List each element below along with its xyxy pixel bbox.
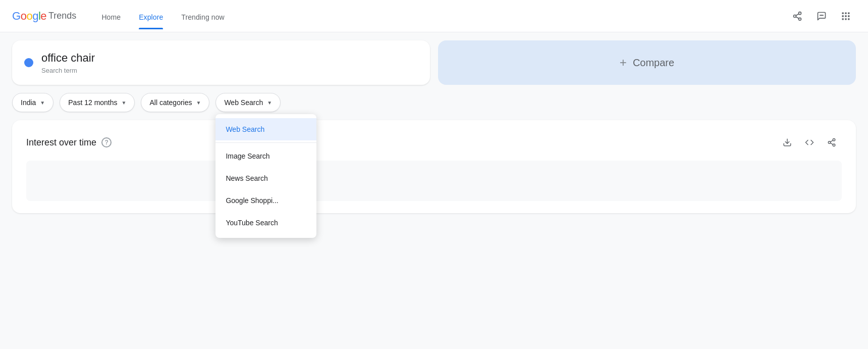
svg-line-23 [830, 143, 833, 144]
main-content: office chair Search term + Compare India… [0, 32, 868, 221]
embed-button[interactable] [799, 132, 820, 153]
search-row: office chair Search term + Compare [12, 40, 856, 85]
nav-trending[interactable]: Trending now [172, 3, 234, 29]
help-icon-label: ? [104, 139, 108, 146]
feedback-button[interactable] [811, 6, 832, 26]
compare-label: Compare [633, 57, 674, 69]
svg-line-4 [796, 14, 799, 15]
header-actions [787, 6, 856, 26]
logo-trends-text: Trends [48, 11, 76, 21]
header: Google Trends Home Explore Trending now [0, 0, 868, 32]
filters-row: India ▼ Past 12 months ▼ All categories … [12, 93, 856, 112]
search-type-chevron-icon: ▼ [267, 100, 272, 106]
dropdown-item-news-search[interactable]: News Search [215, 167, 316, 189]
category-chevron-icon: ▼ [196, 100, 201, 106]
term-type: Search term [41, 67, 418, 74]
section-actions [777, 132, 842, 153]
main-nav: Home Explore Trending now [92, 3, 787, 29]
search-type-button[interactable]: Web Search ▼ [215, 93, 281, 112]
section-title: Interest over time [26, 137, 96, 148]
region-label: India [21, 98, 36, 107]
help-icon[interactable]: ? [101, 137, 112, 147]
search-type-wrapper: Web Search ▼ Web Search Image Search New… [215, 93, 281, 112]
search-term-card: office chair Search term [12, 40, 430, 85]
svg-line-24 [830, 140, 833, 142]
download-button[interactable] [777, 132, 797, 153]
dropdown-divider-1 [215, 142, 316, 143]
dropdown-item-web-search[interactable]: Web Search [215, 118, 316, 140]
dropdown-item-youtube-search[interactable]: YouTube Search [215, 212, 316, 234]
news-search-label: News Search [226, 174, 267, 182]
logo[interactable]: Google Trends [12, 10, 76, 23]
svg-rect-13 [848, 15, 849, 17]
term-name: office chair [41, 51, 418, 66]
svg-rect-8 [842, 12, 844, 14]
category-label: All categories [149, 98, 192, 107]
nav-home[interactable]: Home [92, 3, 130, 29]
svg-line-3 [796, 17, 799, 18]
apps-button[interactable] [836, 6, 856, 26]
search-type-dropdown: Web Search Image Search News Search Goog… [215, 114, 316, 238]
share-chart-button[interactable] [822, 132, 842, 153]
dropdown-item-image-search[interactable]: Image Search [215, 145, 316, 167]
svg-rect-10 [848, 12, 849, 14]
svg-rect-16 [848, 18, 849, 20]
category-filter[interactable]: All categories ▼ [141, 93, 209, 112]
svg-rect-15 [845, 18, 846, 20]
google-shopping-label: Google Shoppi... [226, 196, 278, 205]
period-label: Past 12 months [68, 98, 117, 107]
section-title-group: Interest over time ? [26, 137, 112, 148]
region-chevron-icon: ▼ [40, 100, 45, 106]
chart-area [26, 161, 842, 201]
region-filter[interactable]: India ▼ [12, 93, 53, 112]
nav-explore[interactable]: Explore [130, 3, 172, 29]
section-header: Interest over time ? [26, 132, 842, 153]
compare-plus-icon: + [620, 56, 627, 70]
interest-over-time-card: Interest over time ? [12, 120, 856, 213]
youtube-search-label: YouTube Search [226, 219, 278, 227]
web-search-label: Web Search [226, 125, 264, 133]
compare-card[interactable]: + Compare [438, 40, 856, 85]
search-type-label: Web Search [224, 98, 263, 107]
dropdown-item-google-shopping[interactable]: Google Shoppi... [215, 189, 316, 212]
logo-google-text: Google [12, 10, 46, 23]
svg-rect-14 [842, 18, 844, 20]
term-text: office chair Search term [41, 51, 418, 74]
svg-rect-11 [842, 15, 844, 17]
period-chevron-icon: ▼ [122, 100, 127, 106]
share-button[interactable] [787, 6, 807, 26]
image-search-label: Image Search [226, 152, 269, 160]
period-filter[interactable]: Past 12 months ▼ [60, 93, 135, 112]
term-dot [24, 58, 33, 67]
svg-rect-9 [845, 12, 846, 14]
svg-rect-12 [845, 15, 846, 17]
